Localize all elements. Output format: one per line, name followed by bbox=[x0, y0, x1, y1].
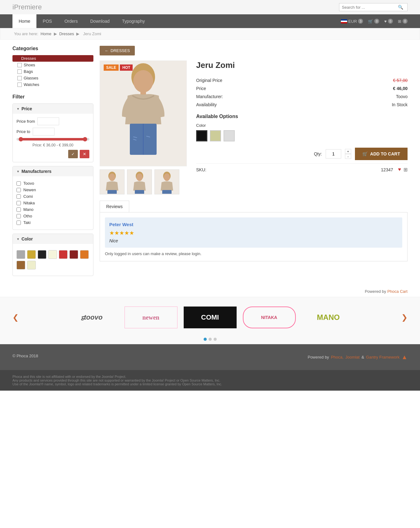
manufacturers-header[interactable]: ▼ Manufacturers bbox=[13, 166, 93, 176]
site-logo[interactable]: iPremiere bbox=[12, 3, 42, 11]
price-handle-right[interactable] bbox=[83, 137, 87, 141]
search-input[interactable] bbox=[342, 5, 398, 10]
sku-label: SKU: bbox=[196, 167, 206, 172]
breadcrumb-prefix: You are here: bbox=[14, 31, 39, 36]
sku-value: 12347 bbox=[381, 167, 393, 172]
category-item-bags[interactable]: Bags bbox=[12, 68, 93, 75]
price-value: € 46,00 bbox=[329, 84, 408, 93]
swatch-gray[interactable] bbox=[17, 250, 25, 259]
brand-comi[interactable]: COMI bbox=[184, 307, 237, 328]
footer-ampersand: & bbox=[361, 355, 364, 359]
price-to-label: Price to bbox=[17, 129, 30, 134]
price-range-bar[interactable] bbox=[17, 138, 89, 140]
wishlist-icon-container[interactable]: ♥ 0 bbox=[384, 19, 393, 24]
mfr-nitaka-checkbox[interactable] bbox=[17, 201, 21, 205]
phoca-cart-link[interactable]: Phoca Cart bbox=[387, 289, 408, 294]
swatch-brown[interactable] bbox=[17, 261, 25, 269]
brand-dot-3[interactable] bbox=[214, 338, 217, 341]
footer-joomlat-link[interactable]: Joomlat bbox=[345, 355, 360, 359]
price-handle-left[interactable] bbox=[19, 137, 23, 141]
price-from-input[interactable] bbox=[37, 117, 59, 125]
mfr-mano: Mano bbox=[17, 206, 89, 213]
color-filter-header[interactable]: ▼ Color bbox=[13, 234, 93, 244]
color-filter: ▼ Color bbox=[12, 234, 93, 276]
qty-decrease-button[interactable]: - bbox=[345, 154, 351, 159]
swatch-red[interactable] bbox=[59, 250, 68, 259]
swatch-lightyellow[interactable] bbox=[27, 261, 36, 269]
price-filter-header[interactable]: ▼ Price bbox=[13, 104, 93, 114]
footer-phoca-link[interactable]: Phoca, bbox=[331, 355, 343, 359]
nav-orders[interactable]: Orders bbox=[58, 14, 84, 28]
brands-prev-button[interactable]: ❮ bbox=[12, 313, 19, 322]
mfr-taki-checkbox[interactable] bbox=[17, 221, 21, 225]
reviews-tab[interactable]: Reviews bbox=[100, 201, 129, 212]
filter-buttons: ✓ ✕ bbox=[17, 150, 89, 158]
cat-folder-icon bbox=[15, 56, 19, 61]
footer-disclaimer-3: Use of the Joomla!® name, symbol, logo a… bbox=[12, 382, 408, 386]
qty-label: Qty: bbox=[314, 151, 322, 156]
brands-next-button[interactable]: ❯ bbox=[401, 313, 408, 322]
main-product-image[interactable]: SALE HOT bbox=[100, 60, 187, 166]
thumbnail-3[interactable] bbox=[154, 169, 179, 194]
category-item-watches[interactable]: Watches bbox=[12, 81, 93, 88]
swatch-orange[interactable] bbox=[80, 250, 89, 259]
currency-selector[interactable]: EUR 3 bbox=[341, 19, 363, 24]
manufacturer-list: Toovo Newen Comi Nitaka bbox=[17, 180, 89, 226]
mfr-otho-checkbox[interactable] bbox=[17, 214, 21, 218]
search-box[interactable]: 🔍 bbox=[339, 3, 408, 11]
categories-title: Categories bbox=[12, 46, 93, 51]
add-to-cart-button[interactable]: 🛒 ADD TO CART bbox=[355, 148, 408, 160]
back-to-dresses-button[interactable]: ← DRESSES bbox=[100, 46, 135, 55]
swatch-gold[interactable] bbox=[27, 250, 36, 259]
category-item-dresses[interactable]: Dresses bbox=[12, 55, 93, 62]
brand-nitaka[interactable]: NITAKA bbox=[243, 307, 296, 328]
price-to-input[interactable] bbox=[33, 128, 54, 136]
nav-typography[interactable]: Typography bbox=[116, 14, 151, 28]
category-item-glasses[interactable]: Glasses bbox=[12, 75, 93, 81]
brand-mano[interactable]: MANO bbox=[302, 307, 355, 328]
brand-dot-2[interactable] bbox=[209, 338, 212, 341]
copy-icon[interactable]: ⊞ bbox=[403, 167, 408, 173]
cat-icon-glasses bbox=[17, 76, 22, 80]
swatch-black[interactable] bbox=[38, 250, 46, 259]
qty-increase-button[interactable]: + bbox=[345, 149, 351, 154]
nav-home[interactable]: Home bbox=[12, 14, 36, 28]
product-details-table: Original Price € 57,00 Price € 46,00 Man… bbox=[196, 76, 408, 109]
availability-label: Availability bbox=[196, 101, 329, 109]
brands-track: ᵹtoovo newen COMI NITAKA MANO bbox=[25, 307, 395, 328]
mfr-newen-checkbox[interactable] bbox=[17, 188, 21, 192]
nav-download[interactable]: Download bbox=[84, 14, 116, 28]
swatch-cream[interactable] bbox=[48, 250, 57, 259]
qty-input[interactable]: 1 bbox=[326, 149, 341, 159]
breadcrumb-home[interactable]: Home bbox=[40, 31, 51, 36]
cat-icon-bags bbox=[17, 69, 22, 74]
mfr-comi-label: Comi bbox=[23, 194, 33, 199]
reviewer-name: Peter West bbox=[109, 222, 398, 227]
thumbnail-2[interactable] bbox=[127, 169, 152, 194]
cart-icon-container[interactable]: 🛒 0 bbox=[368, 19, 379, 24]
color-option-black[interactable] bbox=[196, 130, 207, 141]
footer-bottom: Phoca and this site is not affiliated wi… bbox=[0, 370, 420, 391]
compare-icon-container[interactable]: ⊞ 0 bbox=[398, 19, 408, 24]
mfr-mano-checkbox[interactable] bbox=[17, 207, 21, 212]
color-option-gray[interactable] bbox=[224, 130, 235, 141]
back-to-top-button[interactable]: ▲ bbox=[401, 354, 408, 361]
breadcrumb-dresses[interactable]: Dresses bbox=[59, 31, 74, 36]
nav-pos[interactable]: POS bbox=[36, 14, 58, 28]
thumbnail-1[interactable] bbox=[100, 169, 125, 194]
category-item-shoes[interactable]: Shoes bbox=[12, 62, 93, 68]
mfr-comi-checkbox[interactable] bbox=[17, 194, 21, 199]
price-apply-button[interactable]: ✓ bbox=[68, 150, 78, 158]
swatch-darkred[interactable] bbox=[69, 250, 78, 259]
brand-newen[interactable]: newen bbox=[125, 307, 177, 328]
footer-powered: Powered by Phoca, Joomlat & Gantry Frame… bbox=[308, 354, 408, 361]
price-clear-button[interactable]: ✕ bbox=[80, 150, 89, 158]
brand-dot-1[interactable] bbox=[204, 338, 207, 341]
footer-gantry-link[interactable]: Gantry Framework bbox=[366, 355, 400, 359]
breadcrumb-sep2: ▶ bbox=[76, 31, 81, 36]
wishlist-add-icon[interactable]: ♥ bbox=[398, 167, 401, 173]
mfr-toovo-checkbox[interactable] bbox=[17, 181, 21, 186]
brand-toovo[interactable]: ᵹtoovo bbox=[65, 307, 118, 328]
cart-btn-icon: 🛒 bbox=[362, 151, 368, 156]
color-option-khaki[interactable] bbox=[210, 130, 221, 141]
